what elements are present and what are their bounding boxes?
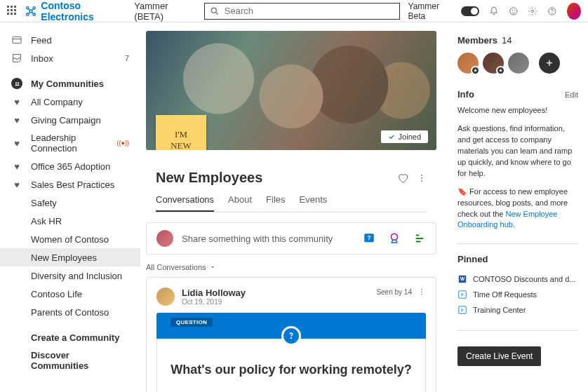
- heart-icon: ♥: [11, 96, 22, 107]
- svg-point-32: [421, 294, 422, 295]
- sidebar-item-askhr[interactable]: Ask HR: [0, 212, 140, 230]
- community-icon: [11, 78, 22, 89]
- nav-feed[interactable]: Feed: [0, 31, 140, 49]
- add-member-button[interactable]: +: [539, 53, 560, 74]
- user-avatar-small: [156, 230, 173, 247]
- svg-point-20: [17, 82, 18, 83]
- right-column: Members 14 + Info Edit Welcome new emplo…: [448, 22, 588, 392]
- pinned-item[interactable]: Time Off Requests: [457, 287, 578, 302]
- question-pill: QUESTION: [171, 318, 213, 327]
- tab-about[interactable]: About: [228, 194, 252, 212]
- search-input[interactable]: [204, 3, 400, 20]
- sticky-note: I'M NEW: [156, 115, 206, 150]
- org-logo[interactable]: Contoso Electronics: [25, 0, 126, 22]
- conversations-filter[interactable]: All Conversations: [146, 263, 436, 271]
- sidebar-item-all-company[interactable]: ♥All Company: [0, 93, 140, 111]
- create-community[interactable]: Create a Community: [0, 328, 140, 346]
- svg-point-1: [27, 6, 29, 8]
- svg-point-11: [509, 7, 516, 14]
- svg-point-2: [33, 6, 35, 8]
- svg-line-6: [32, 8, 33, 9]
- nav-feed-label: Feed: [31, 35, 52, 46]
- tab-conversations[interactable]: Conversations: [156, 194, 214, 212]
- member-avatar[interactable]: [483, 53, 504, 74]
- live-indicator: ((●)): [117, 140, 129, 147]
- more-icon[interactable]: [417, 288, 426, 296]
- svg-point-16: [552, 13, 552, 13]
- group-title: New Employees: [156, 170, 262, 186]
- nav-inbox[interactable]: Inbox 7: [0, 49, 140, 67]
- svg-point-3: [27, 13, 29, 15]
- svg-point-26: [392, 234, 398, 240]
- sidebar-item-sales[interactable]: ♥Sales Best Practices: [0, 175, 140, 194]
- svg-point-23: [421, 180, 422, 182]
- svg-rect-17: [13, 36, 21, 43]
- svg-point-13: [514, 10, 515, 11]
- question-icon[interactable]: ?: [363, 232, 375, 245]
- tab-events[interactable]: Events: [300, 194, 328, 212]
- post-author[interactable]: Lidia Holloway: [182, 288, 246, 298]
- svg-point-33: [291, 337, 292, 338]
- author-avatar[interactable]: [156, 288, 175, 306]
- question-body: What's our policy for working remotely?: [156, 339, 426, 392]
- more-icon[interactable]: [417, 173, 427, 183]
- post-card: Lidia Holloway Oct 19, 2019 Seen by 14 Q…: [146, 277, 436, 392]
- edit-info-button[interactable]: Edit: [565, 90, 578, 99]
- svg-point-19: [15, 82, 16, 83]
- discover-communities[interactable]: Discover Communities: [0, 346, 140, 374]
- pinned-item[interactable]: Training Center: [457, 302, 578, 318]
- post-composer[interactable]: Share something with this community ?: [146, 222, 436, 255]
- svg-point-22: [421, 177, 422, 179]
- post-seen[interactable]: Seen by 14: [376, 288, 412, 296]
- group-hero-image: I'M NEW Joined: [146, 31, 436, 150]
- gear-icon[interactable]: [528, 6, 537, 17]
- members-header: Members 14: [457, 35, 578, 46]
- svg-line-7: [29, 13, 29, 13]
- pinned-item[interactable]: W CONTOSO Discounts and d...: [457, 271, 578, 287]
- joined-chip[interactable]: Joined: [381, 130, 428, 143]
- svg-point-31: [421, 291, 422, 292]
- heart-icon: ♥: [11, 179, 22, 190]
- word-file-icon: W: [457, 274, 467, 284]
- admin-star-icon: [471, 66, 480, 75]
- sidebar-item-new-employees[interactable]: New Employees: [0, 248, 140, 266]
- sidebar-item-giving-campaign[interactable]: ♥Giving Campaign: [0, 111, 140, 129]
- info-label: Info: [457, 89, 474, 100]
- svg-line-8: [32, 13, 33, 13]
- svg-point-4: [33, 13, 35, 15]
- svg-point-0: [29, 10, 32, 13]
- create-live-event-button[interactable]: Create Live Event: [457, 346, 541, 366]
- heart-icon: ♥: [11, 161, 22, 172]
- sidebar-item-diversity[interactable]: Diversity and Inclusion: [0, 266, 140, 285]
- emoji-icon[interactable]: [509, 6, 519, 17]
- pinned-header: Pinned: [457, 254, 578, 264]
- member-avatar[interactable]: [457, 53, 479, 74]
- sidebar-item-women[interactable]: Women of Contoso: [0, 230, 140, 248]
- beta-toggle[interactable]: [461, 6, 479, 16]
- link-icon: [457, 290, 467, 299]
- svg-point-12: [512, 10, 512, 11]
- svg-point-21: [421, 175, 422, 176]
- favorite-icon[interactable]: [397, 173, 408, 184]
- waffle-icon[interactable]: [7, 6, 17, 17]
- user-avatar[interactable]: [567, 3, 581, 20]
- bell-icon[interactable]: [489, 6, 499, 17]
- sidebar-item-contoso-life[interactable]: Contoso Life: [0, 285, 140, 303]
- nav-my-communities-label: My Communities: [31, 79, 104, 89]
- beta-label: Yammer Beta: [408, 1, 452, 21]
- search-box: [204, 3, 400, 20]
- info-blurb: Ask questions, find information, and get…: [457, 123, 578, 180]
- nav-inbox-label: Inbox: [31, 53, 53, 64]
- svg-line-10: [216, 12, 218, 14]
- help-icon[interactable]: [547, 6, 557, 17]
- member-avatar[interactable]: [508, 53, 529, 74]
- praise-icon[interactable]: [388, 232, 401, 245]
- nav-my-communities[interactable]: My Communities: [0, 74, 140, 93]
- sidebar-item-safety[interactable]: Safety: [0, 194, 140, 212]
- tab-files[interactable]: Files: [266, 194, 285, 212]
- sidebar-item-leadership[interactable]: ♥Leadership Connection((●)): [0, 129, 140, 157]
- group-tabs: Conversations About Files Events: [156, 194, 427, 212]
- poll-icon[interactable]: [413, 232, 426, 245]
- sidebar-item-office365[interactable]: ♥Office 365 Adoption: [0, 157, 140, 175]
- sidebar-item-parents[interactable]: Parents of Contoso: [0, 303, 140, 321]
